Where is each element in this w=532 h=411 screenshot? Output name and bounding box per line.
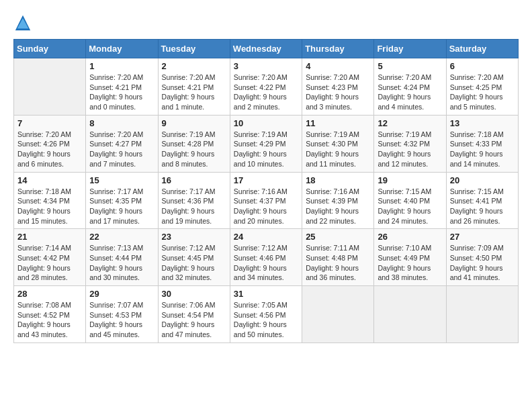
calendar-cell: 22Sunrise: 7:13 AMSunset: 4:44 PMDayligh… bbox=[86, 229, 158, 286]
calendar-cell bbox=[374, 286, 446, 343]
page-header bbox=[13, 13, 519, 32]
weekday-header-saturday: Saturday bbox=[446, 40, 518, 58]
day-number: 4 bbox=[306, 61, 370, 71]
weekday-header-monday: Monday bbox=[86, 40, 158, 58]
calendar-cell bbox=[14, 58, 86, 116]
calendar-cell: 2Sunrise: 7:20 AMSunset: 4:21 PMDaylight… bbox=[158, 58, 230, 116]
calendar-cell: 8Sunrise: 7:20 AMSunset: 4:27 PMDaylight… bbox=[86, 115, 158, 172]
day-info: Sunrise: 7:17 AMSunset: 4:35 PMDaylight:… bbox=[89, 187, 154, 226]
day-number: 2 bbox=[162, 61, 226, 71]
calendar-cell: 17Sunrise: 7:16 AMSunset: 4:37 PMDayligh… bbox=[230, 172, 302, 229]
weekday-header-thursday: Thursday bbox=[302, 40, 374, 58]
calendar-cell: 15Sunrise: 7:17 AMSunset: 4:35 PMDayligh… bbox=[86, 172, 158, 229]
calendar-cell: 6Sunrise: 7:20 AMSunset: 4:25 PMDaylight… bbox=[446, 58, 518, 116]
calendar-header-row: SundayMondayTuesdayWednesdayThursdayFrid… bbox=[14, 40, 519, 58]
day-number: 21 bbox=[17, 232, 82, 242]
calendar-week-row: 28Sunrise: 7:08 AMSunset: 4:52 PMDayligh… bbox=[14, 286, 519, 343]
calendar-cell: 31Sunrise: 7:05 AMSunset: 4:56 PMDayligh… bbox=[230, 286, 302, 343]
calendar-week-row: 21Sunrise: 7:14 AMSunset: 4:42 PMDayligh… bbox=[14, 229, 519, 286]
calendar-cell: 24Sunrise: 7:12 AMSunset: 4:46 PMDayligh… bbox=[230, 229, 302, 286]
weekday-header-tuesday: Tuesday bbox=[158, 40, 230, 58]
day-number: 13 bbox=[450, 118, 515, 128]
day-info: Sunrise: 7:15 AMSunset: 4:41 PMDaylight:… bbox=[450, 187, 515, 226]
day-info: Sunrise: 7:20 AMSunset: 4:27 PMDaylight:… bbox=[89, 130, 154, 169]
calendar-week-row: 7Sunrise: 7:20 AMSunset: 4:26 PMDaylight… bbox=[14, 115, 519, 172]
logo-icon bbox=[13, 13, 32, 32]
day-number: 30 bbox=[162, 289, 226, 299]
calendar-cell: 20Sunrise: 7:15 AMSunset: 4:41 PMDayligh… bbox=[446, 172, 518, 229]
day-number: 3 bbox=[234, 61, 298, 71]
calendar-cell: 30Sunrise: 7:06 AMSunset: 4:54 PMDayligh… bbox=[158, 286, 230, 343]
day-number: 20 bbox=[450, 175, 515, 185]
day-info: Sunrise: 7:18 AMSunset: 4:33 PMDaylight:… bbox=[450, 130, 515, 169]
day-info: Sunrise: 7:16 AMSunset: 4:37 PMDaylight:… bbox=[234, 187, 298, 226]
day-number: 29 bbox=[89, 289, 154, 299]
weekday-header-sunday: Sunday bbox=[14, 40, 86, 58]
calendar-cell: 13Sunrise: 7:18 AMSunset: 4:33 PMDayligh… bbox=[446, 115, 518, 172]
day-info: Sunrise: 7:07 AMSunset: 4:53 PMDaylight:… bbox=[89, 300, 154, 340]
calendar-cell: 25Sunrise: 7:11 AMSunset: 4:48 PMDayligh… bbox=[302, 229, 374, 286]
calendar-table: SundayMondayTuesdayWednesdayThursdayFrid… bbox=[13, 39, 519, 343]
day-info: Sunrise: 7:20 AMSunset: 4:23 PMDaylight:… bbox=[306, 73, 370, 112]
calendar-cell bbox=[302, 286, 374, 343]
day-info: Sunrise: 7:18 AMSunset: 4:34 PMDaylight:… bbox=[17, 187, 82, 226]
calendar-cell: 4Sunrise: 7:20 AMSunset: 4:23 PMDaylight… bbox=[302, 58, 374, 116]
calendar-cell: 11Sunrise: 7:19 AMSunset: 4:30 PMDayligh… bbox=[302, 115, 374, 172]
calendar-cell: 29Sunrise: 7:07 AMSunset: 4:53 PMDayligh… bbox=[86, 286, 158, 343]
logo bbox=[13, 13, 35, 32]
day-info: Sunrise: 7:20 AMSunset: 4:21 PMDaylight:… bbox=[89, 73, 154, 112]
calendar-cell: 27Sunrise: 7:09 AMSunset: 4:50 PMDayligh… bbox=[446, 229, 518, 286]
day-info: Sunrise: 7:10 AMSunset: 4:49 PMDaylight:… bbox=[378, 243, 442, 283]
day-info: Sunrise: 7:20 AMSunset: 4:26 PMDaylight:… bbox=[17, 130, 82, 169]
day-number: 14 bbox=[17, 175, 82, 185]
calendar-cell bbox=[446, 286, 518, 343]
day-number: 17 bbox=[234, 175, 298, 185]
day-number: 8 bbox=[89, 118, 154, 128]
weekday-header-friday: Friday bbox=[374, 40, 446, 58]
day-info: Sunrise: 7:14 AMSunset: 4:42 PMDaylight:… bbox=[17, 243, 82, 283]
calendar-cell: 18Sunrise: 7:16 AMSunset: 4:39 PMDayligh… bbox=[302, 172, 374, 229]
calendar-cell: 9Sunrise: 7:19 AMSunset: 4:28 PMDaylight… bbox=[158, 115, 230, 172]
day-number: 12 bbox=[378, 118, 442, 128]
day-number: 31 bbox=[234, 289, 298, 299]
calendar-cell: 3Sunrise: 7:20 AMSunset: 4:22 PMDaylight… bbox=[230, 58, 302, 116]
day-number: 19 bbox=[378, 175, 442, 185]
calendar-cell: 7Sunrise: 7:20 AMSunset: 4:26 PMDaylight… bbox=[14, 115, 86, 172]
day-number: 5 bbox=[378, 61, 442, 71]
day-number: 28 bbox=[17, 289, 82, 299]
calendar-cell: 23Sunrise: 7:12 AMSunset: 4:45 PMDayligh… bbox=[158, 229, 230, 286]
day-info: Sunrise: 7:06 AMSunset: 4:54 PMDaylight:… bbox=[162, 300, 226, 340]
day-number: 16 bbox=[162, 175, 226, 185]
day-number: 23 bbox=[162, 232, 226, 242]
day-info: Sunrise: 7:19 AMSunset: 4:30 PMDaylight:… bbox=[306, 130, 370, 169]
calendar-cell: 21Sunrise: 7:14 AMSunset: 4:42 PMDayligh… bbox=[14, 229, 86, 286]
day-info: Sunrise: 7:09 AMSunset: 4:50 PMDaylight:… bbox=[450, 243, 515, 283]
day-number: 25 bbox=[306, 232, 370, 242]
calendar-cell: 26Sunrise: 7:10 AMSunset: 4:49 PMDayligh… bbox=[374, 229, 446, 286]
calendar-cell: 14Sunrise: 7:18 AMSunset: 4:34 PMDayligh… bbox=[14, 172, 86, 229]
day-number: 26 bbox=[378, 232, 442, 242]
day-info: Sunrise: 7:19 AMSunset: 4:28 PMDaylight:… bbox=[162, 130, 226, 169]
day-number: 7 bbox=[17, 118, 82, 128]
day-info: Sunrise: 7:12 AMSunset: 4:46 PMDaylight:… bbox=[234, 243, 298, 283]
day-info: Sunrise: 7:15 AMSunset: 4:40 PMDaylight:… bbox=[378, 187, 442, 226]
day-number: 10 bbox=[234, 118, 298, 128]
day-number: 9 bbox=[162, 118, 226, 128]
calendar-cell: 16Sunrise: 7:17 AMSunset: 4:36 PMDayligh… bbox=[158, 172, 230, 229]
day-info: Sunrise: 7:05 AMSunset: 4:56 PMDaylight:… bbox=[234, 300, 298, 340]
day-info: Sunrise: 7:11 AMSunset: 4:48 PMDaylight:… bbox=[306, 243, 370, 283]
calendar-cell: 10Sunrise: 7:19 AMSunset: 4:29 PMDayligh… bbox=[230, 115, 302, 172]
day-number: 18 bbox=[306, 175, 370, 185]
day-number: 27 bbox=[450, 232, 515, 242]
day-number: 22 bbox=[89, 232, 154, 242]
day-info: Sunrise: 7:16 AMSunset: 4:39 PMDaylight:… bbox=[306, 187, 370, 226]
calendar-cell: 28Sunrise: 7:08 AMSunset: 4:52 PMDayligh… bbox=[14, 286, 86, 343]
day-info: Sunrise: 7:20 AMSunset: 4:21 PMDaylight:… bbox=[162, 73, 226, 112]
calendar-cell: 19Sunrise: 7:15 AMSunset: 4:40 PMDayligh… bbox=[374, 172, 446, 229]
day-info: Sunrise: 7:12 AMSunset: 4:45 PMDaylight:… bbox=[162, 243, 226, 283]
calendar-week-row: 1Sunrise: 7:20 AMSunset: 4:21 PMDaylight… bbox=[14, 58, 519, 116]
day-number: 24 bbox=[234, 232, 298, 242]
calendar-cell: 1Sunrise: 7:20 AMSunset: 4:21 PMDaylight… bbox=[86, 58, 158, 116]
day-info: Sunrise: 7:20 AMSunset: 4:22 PMDaylight:… bbox=[234, 73, 298, 112]
calendar-cell: 12Sunrise: 7:19 AMSunset: 4:32 PMDayligh… bbox=[374, 115, 446, 172]
